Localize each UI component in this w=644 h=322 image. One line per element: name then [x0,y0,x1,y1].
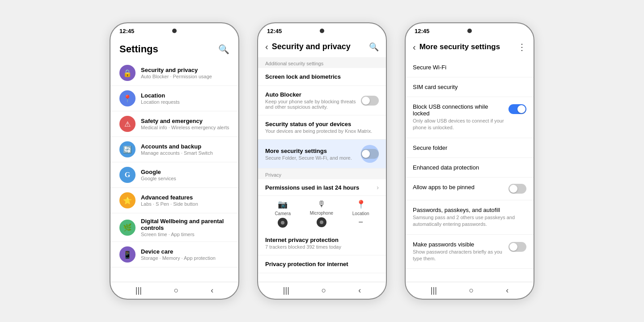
list-item[interactable]: ⚠ Safety and emergency Medical info · Wi… [110,111,238,137]
item-sub: Auto Blocker · Permission usage [141,74,212,79]
permissions-row[interactable]: Permissions used in last 24 hours › [258,179,386,196]
location-perm: 📍 Location – [352,199,369,228]
sec-content: Additional security settings Screen lock… [258,57,386,282]
additional-section-label: Additional security settings [258,57,386,68]
item-sub: Location requests [141,99,180,105]
item-sub: Labs · S Pen · Side button [141,201,198,207]
more-security-toggle-highlight [361,145,379,163]
allow-pinned-toggle[interactable] [508,184,526,194]
back-button-3[interactable]: ‹ [413,42,416,52]
status-bar-3: 12:45 [406,23,534,36]
status-time-1: 12:45 [119,28,134,34]
advanced-icon: ⭐ [119,192,136,208]
secure-folder-item[interactable]: Secure folder [406,138,534,158]
phone-settings: 12:45 Settings 🔍 🔒 Security and privacy … [110,22,239,300]
status-bar-2: 12:45 [258,23,386,36]
nav-home[interactable]: ○ [174,286,179,295]
wellbeing-icon: 🌿 [119,220,136,236]
list-item[interactable]: 🌿 Digital Wellbeing and parental control… [110,213,238,242]
chevron-right-icon: › [377,184,379,191]
list-item[interactable]: ⭐ Advanced features Labs · S Pen · Side … [110,188,238,213]
passwords-visible-item[interactable]: Make passwords visible Show password cha… [406,235,534,269]
more-security-item[interactable]: More security settings Secure Folder, Se… [258,140,386,169]
status-bar-1: 12:45 [110,23,238,36]
settings-header: Settings 🔍 [110,36,238,60]
item-sub: Medical info · Wireless emergency alerts [141,125,229,130]
list-item[interactable]: 🔒 Security and privacy Auto Blocker · Pe… [110,60,238,86]
security-status-item[interactable]: Security status of your devices Your dev… [258,115,386,140]
location-perm-icon: 📍 [356,199,366,209]
passwords-visible-toggle[interactable] [508,242,526,252]
block-usb-item[interactable]: Block USB connections while locked Only … [406,97,534,138]
settings-list: 🔒 Security and privacy Auto Blocker · Pe… [110,60,238,282]
more-sec-header: ‹ More security settings ⋮ [406,36,534,58]
list-item[interactable]: 📱 Device care Storage · Memory · App pro… [110,242,238,267]
settings-title: Settings [119,43,158,55]
nav-back[interactable]: ‹ [211,286,213,295]
phone-security: 12:45 ‹ Security and privacy 🔍 Additiona… [257,22,387,300]
item-title: Google [141,169,176,175]
list-item[interactable]: G Google Google services [110,162,238,188]
privacy-section-label: Privacy [258,169,386,179]
permissions-title: Permissions used in last 24 hours [265,184,359,191]
nav-back-3[interactable]: ‹ [506,286,508,295]
screen-lock-item[interactable]: Screen lock and biometrics [258,68,386,86]
phone-more-security: 12:45 ‹ More security settings ⋮ Secure … [405,22,534,300]
enhanced-data-item[interactable]: Enhanced data protection [406,158,534,178]
camera-dot-2 [320,29,324,33]
nav-home-3[interactable]: ○ [469,286,474,295]
accounts-icon: 🔄 [119,141,136,157]
nav-recent-2[interactable]: ||| [283,286,289,295]
item-title: Location [141,92,180,99]
camera-perm: 📷 Camera [275,199,291,228]
phone2-content: ‹ Security and privacy 🔍 Additional secu… [258,36,386,282]
auto-blocker-item[interactable]: Auto Blocker Keep your phone safe by blo… [258,86,386,115]
security-icon: 🔒 [119,65,136,81]
block-usb-toggle[interactable] [508,104,526,114]
status-time-3: 12:45 [415,28,429,34]
list-item[interactable]: 🔄 Accounts and backup Manage accounts · … [110,137,238,162]
sec-header: ‹ Security and privacy 🔍 [258,36,386,57]
more-sec-title: More security settings [419,42,514,51]
camera-dot-1 [172,29,177,33]
item-title: Digital Wellbeing and parental controls [141,218,229,231]
auto-blocker-toggle[interactable] [361,96,379,106]
device-care-icon: 📱 [119,246,136,263]
camera-icon: 📷 [278,199,288,209]
item-title: Advanced features [141,194,198,201]
location-dash: – [359,218,363,226]
location-icon: 📍 [119,90,136,106]
camera-dot-indicator [278,218,288,228]
item-sub: Manage accounts · Smart Switch [141,150,213,156]
item-title: Safety and emergency [141,118,229,124]
more-sec-list: Secure Wi-Fi SIM card security Block USB… [406,58,534,282]
nav-recent-3[interactable]: ||| [431,286,437,295]
back-button-2[interactable]: ‹ [265,42,268,52]
nav-home-2[interactable]: ○ [322,286,326,295]
phone3-nav: ||| ○ ‹ [406,282,534,299]
phone3-content: ‹ More security settings ⋮ Secure Wi-Fi … [406,36,534,282]
more-icon[interactable]: ⋮ [517,42,526,52]
camera-dot-3 [467,29,472,33]
mic-perm: 🎙 Microphone [310,199,333,228]
allow-pinned-item[interactable]: Allow apps to be pinned [406,178,534,200]
phone1-nav: ||| ○ ‹ [110,282,238,299]
microphone-icon: 🎙 [318,199,326,209]
internet-privacy-item[interactable]: Internet privacy protection 7 trackers b… [258,231,386,255]
item-title: Security and privacy [141,67,212,73]
nav-recent[interactable]: ||| [136,286,142,295]
safety-icon: ⚠ [119,116,136,132]
secure-wifi-item[interactable]: Secure Wi-Fi [406,58,534,77]
search-icon-1[interactable]: 🔍 [218,44,229,55]
search-icon-2[interactable]: 🔍 [369,42,379,52]
status-time-2: 12:45 [267,28,282,34]
passwords-item[interactable]: Passwords, passkeys, and autofill Samsun… [406,200,534,235]
privacy-protection-item[interactable]: Privacy protection for internet [258,255,386,273]
item-sub: Google services [141,176,176,181]
nav-back-2[interactable]: ‹ [358,286,361,295]
list-item[interactable]: 📍 Location Location requests [110,86,238,111]
phone1-content: Settings 🔍 🔒 Security and privacy Auto B… [110,36,238,282]
more-security-toggle[interactable] [361,149,379,159]
item-sub: Screen time · App timers [141,232,229,237]
sim-security-item[interactable]: SIM card security [406,77,534,97]
